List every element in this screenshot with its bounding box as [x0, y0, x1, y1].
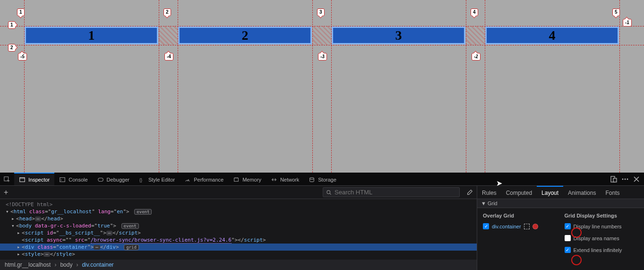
checkbox-area-names[interactable]	[565, 235, 571, 241]
tab-performance[interactable]: Performance	[180, 173, 228, 185]
svg-point-17	[327, 190, 330, 193]
tab-inspector[interactable]: Inspector	[14, 173, 54, 185]
markup-panel: + <!DOCTYPE html> ▾<html class="gr__loca…	[0, 186, 477, 270]
tab-label: Performance	[194, 177, 223, 183]
add-element-button[interactable]: +	[4, 188, 8, 197]
tab-console[interactable]: Console	[54, 173, 92, 185]
search-html-wrap[interactable]	[323, 187, 460, 197]
eyedropper-icon[interactable]	[466, 189, 473, 196]
tab-storage[interactable]: Storage	[304, 173, 341, 185]
grid-item-label: 1	[88, 28, 95, 43]
grid-line-h-2	[0, 45, 644, 45]
tab-network[interactable]: Network	[266, 173, 304, 185]
grid-gap-1	[159, 26, 178, 45]
overlay-grid-checkbox[interactable]	[483, 223, 489, 229]
overlay-grid-item[interactable]: div.container	[483, 223, 557, 229]
svg-point-14	[622, 178, 624, 180]
opt-label: Extend lines infinitely	[574, 247, 622, 253]
sidebar-tabs: Rules Computed Layout Animations Fonts	[477, 186, 644, 199]
tab-label: Console	[69, 177, 87, 183]
svg-rect-2	[20, 177, 25, 179]
tree-style[interactable]: ▸<style>⋯</style>	[0, 251, 477, 258]
side-tab-fonts[interactable]: Fonts	[601, 186, 624, 199]
style-editor-icon: {}	[139, 176, 146, 183]
color-swatch[interactable]	[532, 224, 538, 229]
badge-event[interactable]: event	[121, 223, 139, 229]
storage-icon	[309, 176, 315, 183]
badge-grid[interactable]: grid	[124, 244, 139, 250]
side-tab-computed[interactable]: Computed	[501, 186, 537, 199]
page-viewport: 1 2 3 4 1 2 3 4 5 -5 -4 -3 -2 -1 1 2	[0, 0, 644, 173]
svg-line-18	[330, 193, 331, 194]
tree-doctype[interactable]: <!DOCTYPE html>	[0, 201, 477, 208]
toolbox-tabs: Inspector Console Debugger {} Style Edit…	[0, 173, 644, 186]
grid-row-label-pos-2: 2	[8, 44, 16, 52]
network-icon	[271, 176, 277, 183]
opt-display-area-names[interactable]: Display area names	[565, 235, 639, 241]
svg-rect-4	[98, 178, 103, 181]
badge-event[interactable]: event	[134, 209, 152, 215]
tab-label: Style Editor	[148, 177, 175, 183]
console-icon	[59, 176, 66, 183]
grid-item-3: 3	[332, 26, 465, 44]
tab-label: Network	[280, 177, 299, 183]
grid-pane: Overlay Grid div.container Grid Display …	[477, 208, 644, 263]
opt-display-line-numbers[interactable]: Display line numbers	[565, 223, 639, 229]
grid-accordion-header[interactable]: ▼ Grid	[477, 199, 644, 208]
debugger-icon	[97, 176, 104, 183]
grid-item-4: 4	[485, 26, 619, 44]
breadcrumb: html.gr__localhost › body › div.containe…	[0, 260, 477, 270]
side-tab-rules[interactable]: Rules	[477, 186, 501, 199]
svg-rect-3	[60, 177, 65, 182]
tree-body[interactable]: ▾<body data-gr-c-s-loaded="true"> event	[0, 222, 477, 229]
tab-label: Debugger	[107, 177, 129, 183]
grid-item-2: 2	[178, 26, 312, 44]
tab-style-editor[interactable]: {} Style Editor	[134, 173, 180, 185]
crumb-body[interactable]: body	[60, 261, 72, 268]
meatball-menu-icon[interactable]	[621, 175, 629, 183]
search-html-input[interactable]	[335, 189, 456, 196]
grid-col-label-neg-1: -5	[18, 53, 27, 61]
grid-item-1: 1	[25, 26, 158, 44]
tab-memory[interactable]: Memory	[228, 173, 266, 185]
crumb-div[interactable]: div.container	[82, 261, 113, 268]
overlay-grid-column: Overlay Grid div.container	[483, 213, 557, 259]
performance-icon	[184, 176, 191, 183]
overlay-grid-header: Overlay Grid	[483, 213, 557, 218]
grid-col-label-pos-2: 2	[163, 9, 171, 16]
grid-col-label-pos-1: 1	[17, 9, 25, 16]
tree-html[interactable]: ▾<html class="gr__localhost" lang="en"> …	[0, 208, 477, 215]
grid-col-label-pos-5: 5	[612, 9, 620, 16]
close-icon[interactable]	[633, 175, 640, 183]
grid-col-label-neg-4: -2	[472, 53, 481, 61]
opt-extend-lines[interactable]: Extend lines infinitely	[565, 247, 639, 253]
markup-tree[interactable]: <!DOCTYPE html> ▾<html class="gr__localh…	[0, 199, 477, 260]
chevron-right-icon: ›	[54, 261, 56, 268]
tab-label: Storage	[318, 177, 336, 183]
tree-head[interactable]: ▸<head>⋯</head>	[0, 215, 477, 222]
responsive-mode-icon[interactable]	[610, 175, 618, 183]
pick-element-button[interactable]	[0, 173, 14, 185]
rules-sidebar: Rules Computed Layout Animations Fonts ▼…	[477, 186, 644, 270]
tree-div-container[interactable]: ▸<div class="container">⋯</div> grid	[0, 244, 477, 251]
chevron-right-icon: ›	[76, 261, 78, 268]
memory-icon	[233, 176, 240, 183]
grid-col-label-neg-3: -3	[318, 53, 327, 61]
checkbox-line-numbers[interactable]	[565, 223, 571, 229]
svg-rect-7	[234, 178, 239, 181]
scroll-into-view-icon[interactable]	[524, 224, 530, 229]
element-picker-icon	[4, 176, 10, 183]
tree-script-2[interactable]: <script async="" src="/browser-sync/brow…	[0, 236, 477, 244]
grid-col-label-pos-3: 3	[317, 9, 325, 16]
grid-col-label-neg-2: -4	[164, 53, 173, 61]
search-icon	[326, 190, 332, 195]
inspector-icon	[19, 176, 26, 183]
tree-script-1[interactable]: ▸<script id="__bs_script__">⋯</script>	[0, 229, 477, 236]
side-tab-layout[interactable]: Layout	[537, 186, 563, 199]
crumb-html[interactable]: html.gr__localhost	[5, 261, 51, 268]
opt-label: Display line numbers	[574, 224, 622, 229]
svg-point-16	[627, 178, 628, 180]
checkbox-extend-lines[interactable]	[565, 247, 571, 253]
side-tab-animations[interactable]: Animations	[563, 186, 601, 199]
tab-debugger[interactable]: Debugger	[93, 173, 134, 185]
